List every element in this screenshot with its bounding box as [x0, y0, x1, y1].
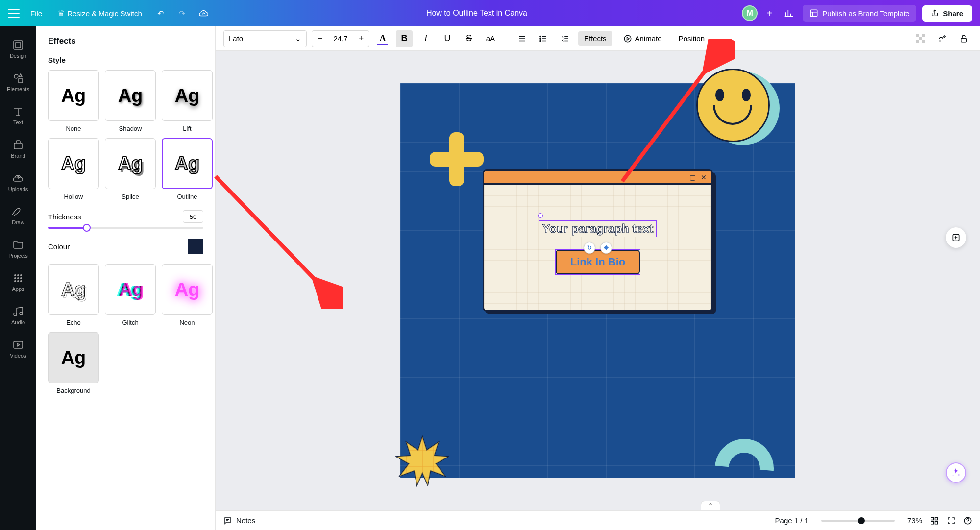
copy-style-button[interactable] [934, 30, 951, 47]
style-background[interactable]: AgBackground [48, 332, 99, 394]
notes-label: Notes [236, 516, 255, 525]
arc-graphic[interactable] [703, 427, 785, 509]
notes-button[interactable]: Notes [223, 516, 255, 525]
transparency-button[interactable] [912, 30, 929, 47]
bottombar: Notes Page 1 / 1 73% [216, 510, 980, 530]
style-neon[interactable]: AgNeon [162, 264, 213, 326]
move-handle-icon[interactable]: ✥ [600, 242, 612, 254]
redo-icon[interactable]: ↷ [174, 5, 190, 21]
style-hollow[interactable]: AgHollow [48, 138, 99, 200]
zoom-thumb[interactable] [858, 517, 865, 524]
sync-handle-icon[interactable]: ↻ [584, 242, 595, 254]
style-splice[interactable]: AgSplice [105, 138, 156, 200]
expand-pages-chevron[interactable]: ⌃ [701, 501, 720, 510]
font-size-input[interactable] [328, 30, 353, 47]
style-grid-2: AgEcho AgGlitch AgNeon AgBackground [48, 264, 203, 394]
svg-rect-0 [810, 10, 817, 17]
animate-button[interactable]: Animate [617, 31, 668, 46]
plus-graphic[interactable] [430, 132, 484, 186]
fullscreen-button[interactable] [947, 516, 956, 525]
style-label: Lift [183, 125, 191, 132]
text-color-button[interactable]: A [374, 30, 391, 47]
smiley-graphic[interactable] [696, 69, 775, 147]
paragraph-text-element[interactable]: Your paragraph text [539, 220, 657, 237]
burst-graphic[interactable] [395, 434, 449, 488]
nav-audio[interactable]: Audio [0, 299, 36, 332]
add-page-fab[interactable] [946, 227, 966, 248]
style-shadow[interactable]: AgShadow [105, 70, 156, 132]
font-select[interactable]: Lato ⌄ [223, 30, 307, 47]
nav-videos[interactable]: Videos [0, 332, 36, 365]
insights-icon[interactable] [781, 5, 797, 21]
avatar[interactable]: M [742, 5, 758, 21]
nav-rail: Design Elements Text Brand Uploads Draw … [0, 26, 36, 530]
page-indicator[interactable]: Page 1 / 1 [775, 516, 808, 525]
template-icon [809, 9, 818, 18]
window-header: — ▢ ✕ [484, 171, 711, 185]
canvas-page[interactable]: — ▢ ✕ Your paragraph text ↻ ✥ [400, 83, 795, 478]
nav-projects[interactable]: Projects [0, 232, 36, 265]
strikethrough-button[interactable]: S [461, 30, 477, 47]
style-lift[interactable]: AgLift [162, 70, 213, 132]
nav-elements[interactable]: Elements [0, 66, 36, 99]
nav-uploads[interactable]: Uploads [0, 166, 36, 199]
nav-label: Draw [12, 219, 24, 225]
style-label: Outline [177, 193, 197, 200]
lock-button[interactable] [956, 30, 972, 47]
nav-apps[interactable]: Apps [0, 265, 36, 299]
spacing-button[interactable] [557, 30, 573, 47]
resize-label: Resize & Magic Switch [67, 9, 142, 18]
align-button[interactable] [514, 30, 530, 47]
magic-fab[interactable] [946, 462, 966, 483]
underline-button[interactable]: U [439, 30, 456, 47]
resize-magic-switch[interactable]: ♛ Resize & Magic Switch [53, 6, 147, 21]
link-bio-button[interactable]: ↻ ✥ Link In Bio [556, 250, 640, 274]
add-collaborator-icon[interactable]: + [763, 7, 775, 19]
svg-rect-23 [916, 40, 919, 43]
thickness-input[interactable] [183, 210, 203, 223]
style-none[interactable]: AgNone [48, 70, 99, 132]
undo-icon[interactable]: ↶ [153, 5, 169, 21]
nav-text[interactable]: Text [0, 99, 36, 132]
minimize-icon: — [678, 173, 685, 181]
publish-brand-template-button[interactable]: Publish as Brand Template [803, 5, 916, 22]
window-graphic[interactable]: — ▢ ✕ Your paragraph text ↻ ✥ [483, 169, 713, 312]
help-button[interactable] [963, 516, 972, 525]
nav-brand[interactable]: Brand [0, 132, 36, 166]
share-button[interactable]: Share [922, 5, 972, 22]
svg-rect-2 [16, 43, 21, 48]
file-menu[interactable]: File [25, 6, 47, 21]
style-label: None [66, 125, 81, 132]
zoom-slider[interactable] [821, 520, 895, 522]
font-size-increase[interactable]: + [353, 30, 369, 47]
document-title[interactable]: How to Outline Text in Canva [218, 9, 736, 18]
style-glitch[interactable]: AgGlitch [105, 264, 156, 326]
svg-point-17 [540, 38, 541, 39]
thickness-slider[interactable] [48, 227, 203, 229]
nav-draw[interactable]: Draw [0, 199, 36, 232]
colour-swatch[interactable] [188, 239, 203, 254]
font-size-decrease[interactable]: − [312, 30, 328, 47]
colour-row: Colour [48, 239, 203, 254]
style-outline[interactable]: AgOutline [162, 138, 213, 200]
bold-button[interactable]: B [396, 30, 413, 47]
position-button[interactable]: Position [673, 31, 710, 46]
svg-rect-28 [935, 517, 938, 520]
effects-button[interactable]: Effects [578, 31, 612, 46]
close-icon: ✕ [701, 173, 707, 181]
style-echo[interactable]: AgEcho [48, 264, 99, 326]
thickness-row: Thickness [48, 210, 203, 223]
italic-button[interactable]: I [417, 30, 434, 47]
list-button[interactable] [535, 30, 552, 47]
nav-label: Brand [11, 153, 25, 159]
rotate-handle[interactable] [538, 213, 543, 218]
case-button[interactable]: aA [482, 30, 499, 47]
svg-rect-24 [922, 40, 925, 43]
nav-design[interactable]: Design [0, 32, 36, 66]
cloud-sync-icon[interactable] [196, 5, 212, 21]
canvas-area[interactable]: — ▢ ✕ Your paragraph text ↻ ✥ [216, 51, 980, 510]
slider-thumb[interactable] [83, 224, 91, 232]
menu-icon[interactable] [8, 9, 20, 18]
grid-view-button[interactable] [930, 516, 939, 525]
zoom-value[interactable]: 73% [907, 516, 922, 525]
